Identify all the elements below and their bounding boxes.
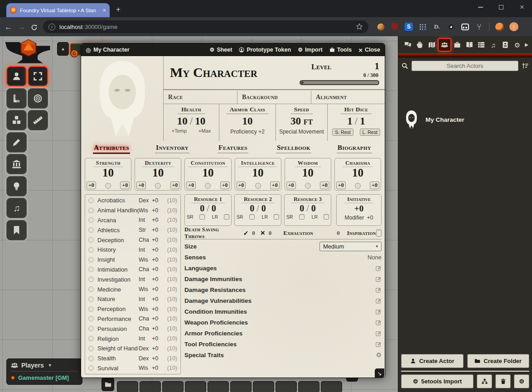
sr-checkbox[interactable] (249, 214, 255, 220)
sidebar-tab-journal[interactable] (464, 38, 475, 52)
macro-slot[interactable] (140, 381, 161, 392)
window-resize-handle[interactable] (375, 368, 384, 378)
tab-biography[interactable]: Biography (324, 142, 385, 157)
edit-icon[interactable] (376, 318, 382, 326)
browser-profile-avatar[interactable] (495, 23, 503, 31)
import-button[interactable]: Import (298, 47, 323, 53)
ability-mod[interactable]: +0 (336, 182, 346, 189)
new-tab-button[interactable] (116, 5, 121, 14)
browser-tab[interactable]: Foundry Virtual Tabletop • A Stan (6, 3, 110, 17)
skill-proficiency-radio[interactable] (88, 198, 94, 203)
skill-proficiency-radio[interactable] (88, 257, 94, 263)
search-input[interactable] (411, 61, 518, 71)
ability-save[interactable]: +0 (120, 182, 130, 189)
ability-mod[interactable]: +0 (286, 182, 296, 189)
skill-row[interactable]: AthleticsStr+0(10) (85, 225, 180, 235)
oo-extension-icon[interactable] (461, 23, 469, 31)
sidebar-tab-tables[interactable] (475, 38, 487, 52)
temp-max-hp[interactable]: +Max (198, 128, 211, 134)
ability-mod[interactable]: +0 (186, 182, 196, 189)
ability-strength[interactable]: Strength10+0+0 (85, 158, 131, 191)
resource-value[interactable]: 0/0 (285, 203, 331, 213)
window-minimize-button[interactable] (470, 0, 490, 14)
window-maximize-button[interactable] (491, 0, 511, 14)
sheet-config-button[interactable]: Sheet (210, 47, 232, 53)
macro-slot[interactable] (321, 381, 342, 392)
tab-close-icon[interactable] (102, 7, 106, 14)
skill-proficiency-radio[interactable] (88, 365, 94, 371)
lr-checkbox[interactable] (274, 214, 279, 220)
eye-extension-icon[interactable] (447, 23, 455, 31)
temp-hp[interactable]: +Temp (172, 128, 187, 134)
bookmark-star-icon[interactable] (356, 23, 363, 31)
skill-row[interactable]: IntimidationCha+0(10) (85, 265, 180, 275)
tab-attributes[interactable]: Attributes (81, 142, 142, 157)
skill-row[interactable]: InvestigationInt+0(10) (85, 274, 180, 284)
skill-row[interactable]: AcrobaticsDex+0(10) (85, 196, 180, 206)
death-fail-count[interactable]: 0 (269, 229, 272, 237)
skill-row[interactable]: PersuasionCha+0(10) (85, 324, 180, 334)
skill-proficiency-radio[interactable] (88, 346, 94, 351)
proficiency-radio[interactable] (105, 183, 111, 189)
forward-button[interactable] (18, 23, 25, 31)
tool-note-controls[interactable] (6, 220, 27, 240)
skill-proficiency-radio[interactable] (88, 336, 94, 341)
edit-icon[interactable] (376, 296, 382, 305)
tool-token-controls[interactable] (6, 66, 27, 86)
proficiency-radio[interactable] (205, 183, 211, 189)
tool-tile-controls[interactable] (6, 110, 27, 130)
settings-button[interactable] (514, 374, 529, 388)
skill-proficiency-radio[interactable] (88, 306, 94, 312)
sidebar-tab-scenes[interactable] (426, 38, 437, 52)
macro-slot[interactable] (185, 381, 206, 392)
ability-value[interactable]: 10 (335, 167, 381, 178)
reload-button[interactable] (31, 23, 38, 30)
proficiency-radio[interactable] (255, 183, 261, 189)
tool-wall-controls[interactable] (6, 154, 27, 174)
skill-proficiency-radio[interactable] (88, 326, 94, 331)
level-value[interactable]: 1 (375, 61, 380, 72)
sidebar-tab-collapse[interactable]: ▶ (523, 38, 530, 52)
skill-proficiency-radio[interactable] (88, 287, 94, 292)
ability-value[interactable]: 10 (85, 167, 131, 178)
window-close-button[interactable] (512, 0, 532, 14)
edit-icon[interactable] (376, 307, 382, 316)
lr-checkbox[interactable] (324, 214, 329, 220)
macro-folder-button[interactable] (102, 378, 114, 391)
field-alignment-input[interactable] (347, 93, 385, 101)
ublock-extension-icon[interactable] (391, 23, 399, 31)
config-gear-icon[interactable] (376, 352, 382, 358)
players-header[interactable]: Players (11, 361, 78, 369)
skill-row[interactable]: StealthDex+0(10) (85, 354, 180, 363)
xp-text[interactable]: 0 / 300 (363, 72, 378, 79)
hp-value[interactable]: 10/10 (177, 115, 205, 127)
ability-value[interactable]: 10 (235, 167, 281, 178)
ability-mod[interactable]: +0 (237, 182, 246, 189)
macro-slot[interactable] (162, 381, 184, 392)
death-success-icon[interactable] (243, 229, 249, 237)
sort-icon[interactable] (522, 62, 529, 70)
speed-value[interactable]: 30 ft (290, 115, 313, 127)
skill-row[interactable]: ArcanaInt+0(10) (85, 215, 180, 225)
ability-save[interactable]: +0 (320, 182, 329, 189)
initiative-modifier[interactable]: +0 (367, 215, 373, 221)
s-extension-icon[interactable] (405, 23, 413, 31)
5etools-import-button[interactable]: 5etools Import (401, 374, 474, 388)
folder-tree-button[interactable] (477, 374, 492, 388)
size-select[interactable]: Medium (319, 242, 382, 251)
player-row[interactable]: Gamemaster [GM] (11, 374, 78, 381)
macro-slot[interactable] (117, 381, 138, 392)
skill-proficiency-radio[interactable] (88, 356, 94, 361)
skill-row[interactable]: NatureInt+0(10) (85, 294, 180, 304)
tool-drawing-controls[interactable] (6, 132, 27, 153)
sheet-titlebar[interactable]: My Character Sheet Prototype Token Impor… (81, 43, 385, 56)
macro-slot[interactable] (230, 381, 251, 392)
ability-dexterity[interactable]: Dexterity10+0+0 (135, 158, 181, 191)
sr-checkbox[interactable] (299, 214, 305, 220)
actor-list-item[interactable]: My Character (398, 108, 532, 131)
delete-button[interactable] (495, 374, 511, 388)
proficiency-radio[interactable] (305, 183, 311, 189)
macro-slot[interactable] (208, 381, 229, 392)
sidebar-tab-chat[interactable] (402, 38, 413, 52)
create-folder-button[interactable]: Create Folder (467, 354, 530, 368)
